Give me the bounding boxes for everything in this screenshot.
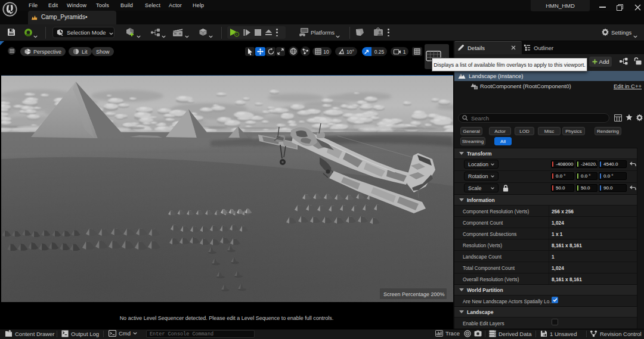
svg-text:Screen Percentage 200%: Screen Percentage 200%: [383, 291, 445, 297]
